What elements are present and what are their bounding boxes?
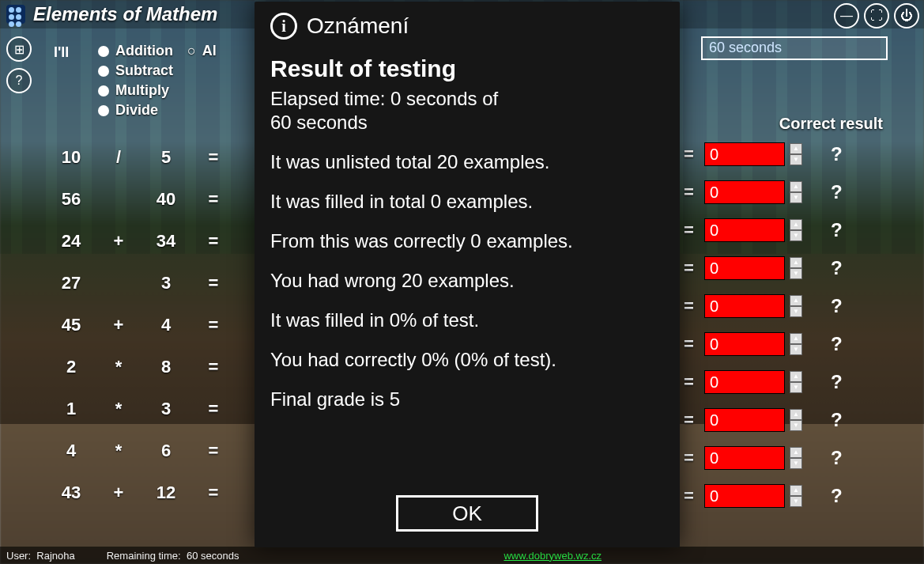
math-row: 43+12= bbox=[47, 483, 253, 503]
answer-input[interactable] bbox=[704, 332, 785, 356]
hint-icon[interactable]: ? bbox=[831, 181, 843, 203]
dialog-title: Oznámení bbox=[307, 13, 409, 39]
fullscreen-icon[interactable]: ⛶ bbox=[864, 3, 889, 28]
answer-row: =▲▼? bbox=[684, 256, 889, 280]
hint-icon[interactable]: ? bbox=[831, 295, 843, 317]
result-p7: Final grade is 5 bbox=[270, 388, 664, 411]
menu-icon[interactable]: ⊞ bbox=[6, 36, 32, 62]
math-row: 24+34= bbox=[47, 231, 253, 252]
answer-input[interactable] bbox=[704, 180, 785, 204]
answer-input[interactable] bbox=[704, 484, 785, 508]
result-p6: You had correctly 0% (0% of test). bbox=[270, 348, 664, 372]
result-p4: You had wrong 20 examples. bbox=[270, 269, 664, 293]
answer-row: =▲▼? bbox=[684, 484, 889, 508]
answer-input[interactable] bbox=[704, 408, 785, 432]
math-row: 4*6= bbox=[47, 441, 253, 461]
spinner[interactable]: ▲▼ bbox=[790, 257, 802, 279]
spinner[interactable]: ▲▼ bbox=[790, 143, 802, 165]
option-subtract[interactable]: Subtract bbox=[98, 62, 217, 79]
answer-row: =▲▼? bbox=[684, 408, 889, 432]
timer-display: 60 seconds bbox=[701, 36, 888, 60]
status-bar: User: Rajnoha Remaining time: 60 seconds… bbox=[0, 547, 924, 564]
option-multiply[interactable]: Multiply bbox=[98, 82, 217, 99]
result-p1: It was unlisted total 20 examples. bbox=[270, 150, 664, 174]
answer-row: =▲▼? bbox=[684, 294, 889, 318]
spinner[interactable]: ▲▼ bbox=[790, 409, 802, 431]
answer-row: =▲▼? bbox=[684, 370, 889, 394]
spinner[interactable]: ▲▼ bbox=[790, 485, 802, 507]
answer-row: =▲▼? bbox=[684, 332, 889, 356]
hint-icon[interactable]: ? bbox=[831, 409, 843, 431]
ok-button[interactable]: OK bbox=[396, 495, 538, 532]
math-row: 45+4= bbox=[47, 315, 253, 335]
app-icon bbox=[6, 5, 25, 24]
result-p2: It was filled in total 0 examples. bbox=[270, 190, 664, 214]
math-row: 5640= bbox=[47, 189, 253, 210]
operation-options: Addition ○ Al Subtract Multiply Divide bbox=[98, 40, 217, 122]
answer-input[interactable] bbox=[704, 256, 785, 280]
answer-row: =▲▼? bbox=[684, 218, 889, 242]
hint-icon[interactable]: ? bbox=[831, 333, 843, 355]
minimize-icon[interactable]: — bbox=[834, 3, 859, 28]
hint-icon[interactable]: ? bbox=[831, 447, 843, 469]
hint-icon[interactable]: ? bbox=[831, 485, 843, 507]
result-p5: It was filled in 0% of test. bbox=[270, 308, 664, 332]
remaining-label: Remaining time: 60 seconds bbox=[107, 550, 239, 562]
hint-icon[interactable]: ? bbox=[831, 371, 843, 393]
answer-row: =▲▼? bbox=[684, 446, 889, 470]
result-heading: Result of testing bbox=[270, 54, 664, 84]
math-row: 10/5= bbox=[47, 147, 253, 168]
result-dialog: i Oznámení Result of testing Elapsed tim… bbox=[255, 2, 680, 547]
ill-label: I'll bbox=[54, 44, 69, 61]
option-divide[interactable]: Divide bbox=[98, 102, 217, 119]
answer-input[interactable] bbox=[704, 446, 785, 470]
answer-row: =▲▼? bbox=[684, 142, 889, 166]
answer-row: =▲▼? bbox=[684, 180, 889, 204]
dialog-body: Result of testing Elapsed time: 0 second… bbox=[270, 54, 664, 411]
elapsed-line2: 60 seconds bbox=[270, 111, 664, 134]
spinner[interactable]: ▲▼ bbox=[790, 371, 802, 393]
answer-input[interactable] bbox=[704, 294, 785, 318]
spinner[interactable]: ▲▼ bbox=[790, 447, 802, 469]
spinner[interactable]: ▲▼ bbox=[790, 295, 802, 317]
help-icon[interactable]: ? bbox=[6, 68, 32, 93]
correct-result-header: Correct result bbox=[779, 115, 883, 133]
spinner[interactable]: ▲▼ bbox=[790, 219, 802, 241]
answer-input[interactable] bbox=[704, 142, 785, 166]
option-addition[interactable]: Addition ○ Al bbox=[98, 43, 217, 59]
user-label: User: Rajnoha bbox=[6, 550, 75, 562]
answer-input[interactable] bbox=[704, 218, 785, 242]
spinner[interactable]: ▲▼ bbox=[790, 181, 802, 203]
math-row: 1*3= bbox=[47, 399, 253, 419]
hint-icon[interactable]: ? bbox=[831, 143, 843, 165]
window-controls: — ⛶ ⏻ bbox=[834, 3, 919, 28]
hint-icon[interactable]: ? bbox=[831, 219, 843, 241]
app-title: Elements of Mathem bbox=[33, 3, 217, 25]
result-p3: From this was correctly 0 examples. bbox=[270, 229, 664, 253]
info-icon: i bbox=[270, 13, 297, 40]
power-icon[interactable]: ⏻ bbox=[894, 3, 919, 28]
answer-input[interactable] bbox=[704, 370, 785, 394]
hint-icon[interactable]: ? bbox=[831, 257, 843, 279]
website-link[interactable]: www.dobryweb.wz.cz bbox=[503, 550, 602, 562]
math-row: 273= bbox=[47, 273, 253, 293]
answer-column: =▲▼? =▲▼? =▲▼? =▲▼? =▲▼? =▲▼? =▲▼? =▲▼? … bbox=[684, 142, 889, 508]
math-row: 2*8= bbox=[47, 357, 253, 377]
elapsed-line1: Elapsed time: 0 seconds of bbox=[270, 87, 664, 111]
spinner[interactable]: ▲▼ bbox=[790, 333, 802, 355]
math-expressions: 10/5= 5640= 24+34= 273= 45+4= 2*8= 1*3= … bbox=[47, 147, 253, 503]
side-buttons: ⊞ ? bbox=[6, 36, 32, 93]
